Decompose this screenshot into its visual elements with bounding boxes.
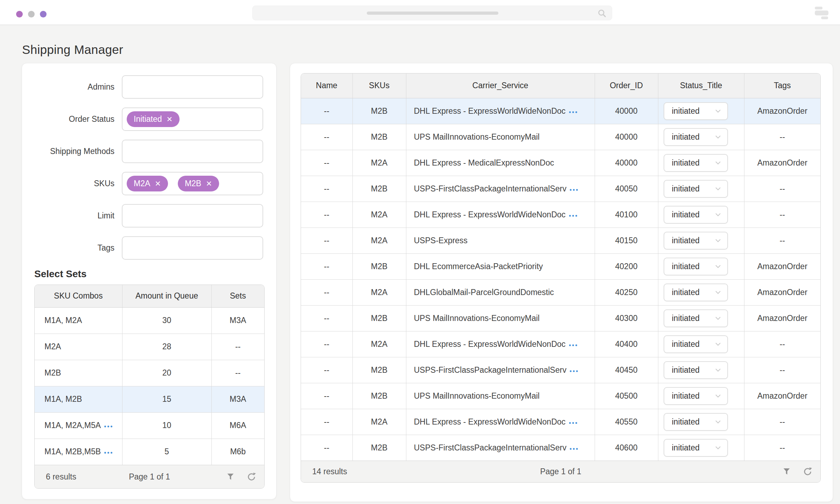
- cell-order-id: 40000: [595, 150, 658, 176]
- status-value: initiated: [672, 417, 700, 427]
- cell-carrier-service: USPS-FirstClassPackageInternationalServ: [406, 357, 595, 383]
- order-row[interactable]: --M2BUPS MailInnovations-EconomyMail4050…: [301, 383, 820, 409]
- status-value: initiated: [672, 106, 700, 116]
- window-control-dot-1[interactable]: [16, 11, 23, 18]
- cell-tags: --: [744, 409, 820, 435]
- order-row[interactable]: --M2BUPS MailInnovations-EconomyMail4030…: [301, 305, 820, 331]
- page-indicator: Page 1 of 1: [301, 467, 820, 476]
- skus-input[interactable]: M2A✕M2B✕: [122, 172, 263, 195]
- tags-input[interactable]: [122, 236, 263, 260]
- filter-icon[interactable]: [225, 471, 236, 482]
- order-row[interactable]: --M2BUSPS-FirstClassPackageInternational…: [301, 435, 820, 461]
- cell-carrier-service: UPS MailInnovations-EconomyMail: [406, 383, 595, 409]
- order-row[interactable]: --M2BUSPS-FirstClassPackageInternational…: [301, 176, 820, 202]
- column-header-amount-in-queue: Amount in Queue: [122, 285, 211, 307]
- cell-skus: M2A: [352, 150, 406, 176]
- status-dropdown[interactable]: initiated: [664, 128, 728, 146]
- order-row[interactable]: --M2ADHLGlobalMail-ParcelGroundDomestic4…: [301, 279, 820, 305]
- cell-name: --: [301, 176, 352, 202]
- order-row[interactable]: --M2ADHL Express - MedicalExpressNonDoc4…: [301, 150, 820, 176]
- browser-menu-bars-icon[interactable]: [815, 7, 828, 19]
- order-row[interactable]: --M2ADHL Express - ExpressWorldWideNonDo…: [301, 409, 820, 435]
- select-sets-row[interactable]: M1A, M2A30M3A: [35, 307, 264, 334]
- search-icon[interactable]: [597, 8, 607, 18]
- status-dropdown[interactable]: initiated: [664, 387, 728, 405]
- status-value: initiated: [672, 288, 700, 297]
- status-dropdown[interactable]: initiated: [664, 284, 728, 301]
- truncation-ellipsis-icon[interactable]: [570, 189, 578, 191]
- cell-carrier-service: USPS-Express: [406, 227, 595, 253]
- cell-name: --: [301, 124, 352, 150]
- cell-carrier-service: DHL Express - ExpressWorldWideNonDoc: [406, 98, 595, 124]
- cell-order-id: 40050: [595, 176, 658, 202]
- pill-remove-icon[interactable]: ✕: [167, 115, 173, 123]
- order-row[interactable]: --M2AUSPS-Express40150initiated--: [301, 227, 820, 253]
- truncation-ellipsis-icon[interactable]: [570, 448, 578, 450]
- select-sets-row[interactable]: M1A, M2B15M3A: [35, 386, 264, 412]
- order-row[interactable]: --M2BUPS MailInnovations-EconomyMail4000…: [301, 124, 820, 150]
- cell-tags: AmazonOrder: [744, 383, 820, 409]
- chevron-down-icon: [715, 368, 721, 372]
- truncation-ellipsis-icon[interactable]: [569, 422, 577, 424]
- refresh-icon[interactable]: [802, 467, 813, 477]
- refresh-icon[interactable]: [246, 471, 257, 482]
- order-status-input[interactable]: Initiated✕: [122, 107, 263, 131]
- cell-order-id: 40000: [595, 98, 658, 124]
- select-sets-row[interactable]: M1A, M2B,M5B5M6b: [35, 439, 264, 465]
- status-dropdown[interactable]: initiated: [664, 206, 728, 224]
- select-sets-title: Select Sets: [34, 268, 276, 280]
- pill-remove-icon[interactable]: ✕: [155, 180, 161, 187]
- truncation-ellipsis-icon[interactable]: [569, 111, 577, 113]
- shipping-methods-input[interactable]: [122, 140, 263, 163]
- truncation-ellipsis-icon[interactable]: [569, 215, 577, 217]
- cell-status-title: initiated: [658, 98, 744, 124]
- field-skus: SKUs M2A✕M2B✕: [22, 172, 263, 195]
- status-dropdown[interactable]: initiated: [664, 309, 728, 327]
- cell-carrier-service: USPS-FirstClassPackageInternationalServ: [406, 435, 595, 461]
- truncation-ellipsis-icon[interactable]: [104, 426, 112, 427]
- status-value: initiated: [672, 391, 700, 401]
- column-header-status-title: Status_Title: [658, 74, 744, 98]
- order-row[interactable]: --M2ADHL Express - ExpressWorldWideNonDo…: [301, 331, 820, 357]
- select-sets-row[interactable]: M1A, M2A,M5A10M6A: [35, 412, 264, 439]
- order-row[interactable]: --M2BUSPS-FirstClassPackageInternational…: [301, 357, 820, 383]
- limit-input[interactable]: [122, 204, 263, 227]
- cell-tags: AmazonOrder: [744, 150, 820, 176]
- select-sets-row[interactable]: M2B20--: [35, 360, 264, 386]
- status-dropdown[interactable]: initiated: [664, 413, 728, 431]
- cell-carrier-service: DHL Express - ExpressWorldWideNonDoc: [406, 409, 595, 435]
- status-dropdown[interactable]: initiated: [664, 335, 728, 353]
- filter-pill[interactable]: Initiated✕: [127, 111, 180, 127]
- order-row[interactable]: --M2ADHL Express - ExpressWorldWideNonDo…: [301, 202, 820, 227]
- truncation-ellipsis-icon[interactable]: [570, 370, 578, 372]
- status-dropdown[interactable]: initiated: [664, 232, 728, 250]
- filter-pill[interactable]: M2B✕: [178, 176, 219, 191]
- window-control-dot-2[interactable]: [28, 11, 35, 18]
- admins-input[interactable]: [122, 75, 263, 99]
- cell-tags: --: [744, 227, 820, 253]
- truncation-ellipsis-icon[interactable]: [569, 344, 577, 346]
- select-sets-row[interactable]: M2A28--: [35, 334, 264, 360]
- truncation-ellipsis-icon[interactable]: [104, 452, 112, 454]
- order-row[interactable]: --M2BDHL Express - ExpressWorldWideNonDo…: [301, 98, 820, 124]
- column-header-skus: SKUs: [352, 74, 406, 98]
- pill-remove-icon[interactable]: ✕: [206, 180, 212, 187]
- search-input[interactable]: [252, 6, 612, 20]
- field-admins: Admins: [22, 75, 263, 99]
- order-row[interactable]: --M2BDHL EcommerceAsia-PacketPriority402…: [301, 253, 820, 279]
- cell-order-id: 40600: [595, 435, 658, 461]
- cell-name: --: [301, 253, 352, 279]
- filter-icon[interactable]: [781, 467, 792, 477]
- cell-amount-in-queue: 28: [122, 334, 211, 360]
- window-control-dot-3[interactable]: [40, 11, 47, 18]
- status-dropdown[interactable]: initiated: [664, 361, 728, 379]
- filter-pill[interactable]: M2A✕: [127, 176, 168, 191]
- page-title: Shipping Manager: [22, 43, 123, 57]
- cell-amount-in-queue: 20: [122, 360, 211, 386]
- status-dropdown[interactable]: initiated: [664, 154, 728, 172]
- status-dropdown[interactable]: initiated: [664, 439, 728, 457]
- cell-sku-combos: M2B: [35, 360, 122, 386]
- status-dropdown[interactable]: initiated: [664, 180, 728, 198]
- status-dropdown[interactable]: initiated: [664, 258, 728, 275]
- status-dropdown[interactable]: initiated: [664, 102, 728, 120]
